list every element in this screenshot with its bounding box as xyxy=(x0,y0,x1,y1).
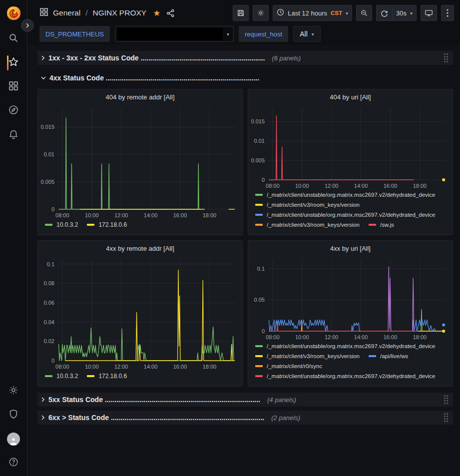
legend-label: 10.0.3.2 xyxy=(56,373,78,380)
row-header-6xx[interactable]: 6xx > Status Code ......................… xyxy=(37,411,453,425)
sidebar-item-dashboards[interactable] xyxy=(0,75,27,99)
row-drag-handle[interactable] xyxy=(443,52,449,63)
dashboard-title[interactable]: NGINX PROXY xyxy=(92,8,146,17)
svg-text:0.02: 0.02 xyxy=(44,338,54,344)
sidebar-item-help[interactable] xyxy=(0,451,27,475)
row-header-4xx[interactable]: 4xx Status Code ........................… xyxy=(37,71,453,85)
variable-label-request-host[interactable]: request_host xyxy=(239,26,288,42)
time-range-picker[interactable]: Last 12 hours CST ▾ xyxy=(273,5,352,21)
legend-label: /_matrix/client/r0/sync xyxy=(267,363,322,369)
svg-text:0.08: 0.08 xyxy=(44,280,54,286)
panel-title[interactable]: 4xx by uri [All] xyxy=(248,241,453,254)
legend-swatch xyxy=(255,345,263,347)
variable-value-ds-prometheus[interactable]: ▾ xyxy=(115,26,234,42)
svg-text:0.06: 0.06 xyxy=(44,300,54,306)
grafana-flame-icon xyxy=(7,6,20,20)
timeseries-chart[interactable]: 08:0010:0012:0014:0016:0018:0000.0050.01… xyxy=(38,103,241,220)
breadcrumb-section[interactable]: General xyxy=(53,8,80,17)
row-header-5xx[interactable]: 5xx Status Code ........................… xyxy=(37,393,453,407)
zoom-out-button[interactable] xyxy=(356,5,372,21)
time-range-label: Last 12 hours xyxy=(288,9,327,17)
sidebar-item-starred[interactable] xyxy=(0,51,27,75)
sidebar-item-explore[interactable] xyxy=(0,99,27,123)
toolbar: Last 12 hours CST ▾ 30s ▾ xyxy=(233,5,454,21)
row-panel-count: (2 panels) xyxy=(271,414,300,422)
refresh-interval-label: 30s xyxy=(396,9,407,17)
star-icon xyxy=(8,56,19,69)
legend-label: /_matrix/client/unstable/org.matrix.msc2… xyxy=(267,373,436,379)
sidebar-item-profile[interactable] xyxy=(0,427,27,451)
legend-item[interactable]: /_matrix/client/unstable/org.matrix.msc2… xyxy=(255,192,436,198)
legend-item[interactable]: /_matrix/client/unstable/org.matrix.msc2… xyxy=(255,343,436,349)
timeseries-chart[interactable]: 08:0010:0012:0014:0016:0018:0000.0050.01… xyxy=(248,103,452,191)
variable-value-request-host[interactable]: All ▾ xyxy=(293,26,321,42)
legend-label: 10.0.3.2 xyxy=(56,221,78,228)
svg-text:0.01: 0.01 xyxy=(44,151,54,157)
row-title: 5xx Status Code ........................… xyxy=(48,396,260,404)
legend-item[interactable]: /_matrix/client/v3/room_keys/version xyxy=(255,222,360,228)
save-dashboard-button[interactable] xyxy=(233,5,249,21)
dashboard-settings-button[interactable] xyxy=(253,5,269,21)
legend-item[interactable]: 172.18.0.6 xyxy=(87,221,127,228)
favorite-star-icon[interactable]: ★ xyxy=(153,9,160,17)
svg-text:14:00: 14:00 xyxy=(144,364,158,370)
row-panel-count: (6 panels) xyxy=(272,54,301,62)
chevron-down-icon xyxy=(40,75,46,80)
legend-label: /_matrix/client/unstable/org.matrix.msc2… xyxy=(267,212,436,218)
sidebar-item-alerting[interactable] xyxy=(0,123,27,147)
chevron-down-icon: ▾ xyxy=(312,31,314,37)
svg-text:0.015: 0.015 xyxy=(251,118,265,124)
panel-title[interactable]: 4xx by remote addr [All] xyxy=(38,241,242,254)
panel-title[interactable]: 404 by uri [All] xyxy=(248,89,453,103)
row-drag-handle[interactable] xyxy=(443,412,449,423)
sidebar xyxy=(0,0,27,476)
legend-swatch xyxy=(255,365,263,367)
search-icon xyxy=(8,32,19,45)
legend-swatch xyxy=(369,224,376,226)
panel-grid: 404 by remote addr [All] 08:0010:0012:00… xyxy=(37,89,453,387)
legend-item[interactable]: /_matrix/client/unstable/org.matrix.msc2… xyxy=(255,373,436,379)
svg-text:12:00: 12:00 xyxy=(114,212,128,218)
dashboards-grid-icon xyxy=(8,80,19,93)
legend-item[interactable]: /_matrix/client/v3/room_keys/version xyxy=(255,353,360,359)
legend-item[interactable]: /_matrix/client/r0/sync xyxy=(255,363,322,369)
variables-bar: DS_PROMETHEUS ▾ request_host All ▾ xyxy=(27,26,460,45)
timeseries-chart[interactable]: 08:0010:0012:0014:0016:0018:0000.020.040… xyxy=(38,254,241,372)
tv-mode-button[interactable] xyxy=(421,5,437,21)
legend-item[interactable]: /sw.js xyxy=(369,222,394,228)
legend-label: /api/live/ws xyxy=(380,353,408,359)
breadcrumb: General / NGINX PROXY ★ xyxy=(39,7,160,18)
refresh-button[interactable] xyxy=(376,5,392,21)
legend-item[interactable]: 172.18.0.6 xyxy=(87,373,127,380)
legend-item[interactable]: /_matrix/client/unstable/org.matrix.msc2… xyxy=(255,212,436,218)
legend-item[interactable]: 10.0.3.2 xyxy=(45,373,78,380)
chevron-down-icon: ▾ xyxy=(346,10,348,16)
timeseries-chart[interactable]: 08:0010:0012:0014:0016:0018:0000.050.1 xyxy=(248,254,452,342)
share-button[interactable] xyxy=(166,9,175,17)
svg-text:18:00: 18:00 xyxy=(413,183,427,189)
legend-item[interactable]: /_matrix/client/v3/room_keys/version xyxy=(255,202,360,208)
legend-swatch xyxy=(369,355,376,357)
sidebar-item-server-admin[interactable] xyxy=(0,403,27,427)
svg-text:16:00: 16:00 xyxy=(384,183,398,189)
svg-text:12:00: 12:00 xyxy=(325,334,339,340)
legend-label: /_matrix/client/v3/room_keys/version xyxy=(267,222,360,228)
legend-item[interactable]: /api/live/ws xyxy=(369,353,408,359)
legend-label: 172.18.0.6 xyxy=(98,373,127,380)
svg-text:10:00: 10:00 xyxy=(295,334,309,340)
svg-text:10:00: 10:00 xyxy=(85,212,99,218)
app-window: General / NGINX PROXY ★ La xyxy=(0,0,460,476)
row-header-1xx-3xx-2xx[interactable]: 1xx - 3xx - 2xx Status Code ............… xyxy=(37,51,453,65)
sidebar-item-configuration[interactable] xyxy=(0,379,27,403)
refresh-interval-dropdown[interactable]: 30s ▾ xyxy=(392,5,417,21)
kebab-menu-button[interactable] xyxy=(441,5,454,21)
variable-label-ds-prometheus[interactable]: DS_PROMETHEUS xyxy=(39,26,110,42)
gear-icon xyxy=(8,385,19,398)
svg-text:0: 0 xyxy=(262,177,265,183)
row-drag-handle[interactable] xyxy=(443,394,449,405)
sidebar-expand-button[interactable] xyxy=(21,19,34,32)
legend-item[interactable]: 10.0.3.2 xyxy=(45,221,78,228)
legend-swatch xyxy=(255,214,263,216)
legend-swatch xyxy=(255,194,263,196)
panel-title[interactable]: 404 by remote addr [All] xyxy=(38,89,242,103)
